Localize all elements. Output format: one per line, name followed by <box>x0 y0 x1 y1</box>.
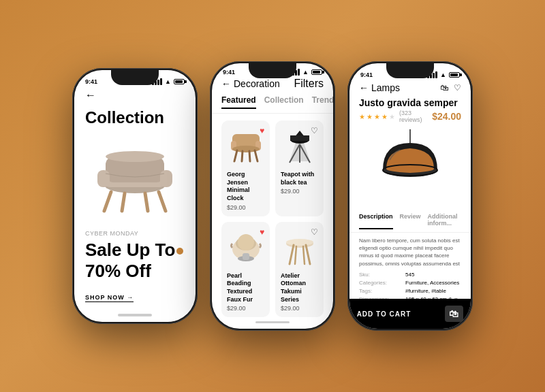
battery-3 <box>449 72 460 78</box>
back-button-1[interactable]: ← <box>85 89 185 101</box>
sku-value: 545 <box>405 272 414 278</box>
home-indicator-2 <box>255 321 290 323</box>
price-rating-row: ★ ★ ★ ★ ★ (323 reviews) $24.00 <box>349 110 471 123</box>
svg-rect-5 <box>160 170 172 187</box>
product-name-1: Georg Jensen Minimal Clock <box>227 171 264 203</box>
notch-2 <box>249 63 296 78</box>
cart-icon[interactable]: 🛍 <box>440 83 448 93</box>
svg-line-33 <box>290 245 294 264</box>
detail-sku: Sku: 545 <box>359 272 461 278</box>
sku-label: Sku: <box>359 272 400 278</box>
star-rating: ★ ★ ★ ★ ★ (323 reviews) <box>359 110 424 123</box>
p2-product-grid: ♥ Georg Jensen Minimal <box>212 120 333 318</box>
battery-2 <box>311 69 322 75</box>
tags-label: Tags: <box>359 288 400 294</box>
product-price-3: $29.00 <box>227 305 264 312</box>
star-5: ★ <box>389 113 395 120</box>
svg-line-34 <box>306 245 310 264</box>
heart-icon-3[interactable]: ♥ <box>260 227 264 237</box>
product-img-3 <box>227 227 264 268</box>
product-name-3: Pearl Beading Textured Faux Fur <box>227 272 264 304</box>
product-item-3[interactable]: ♥ <box>221 222 270 318</box>
product-description: Nam libero tempore, cum soluta nobis est… <box>349 237 471 267</box>
tab-review[interactable]: Review <box>400 213 421 229</box>
cart-bag-icon: 🛍 <box>445 306 463 322</box>
svg-line-17 <box>255 150 258 161</box>
product-lamp-image <box>349 126 471 208</box>
svg-line-8 <box>145 193 148 211</box>
product-item-1[interactable]: ♥ Georg Jensen Minimal <box>221 120 270 216</box>
add-to-cart-button[interactable]: ADD TO CART 🛍 <box>349 299 471 329</box>
tab-trends[interactable]: Trends <box>312 95 333 109</box>
p3-back-button[interactable]: ← Lamps <box>359 82 400 93</box>
tab-featured[interactable]: Featured <box>221 95 256 109</box>
detail-tags: Tags: #furniture, #table <box>359 288 461 294</box>
review-count: (323 reviews) <box>399 110 424 123</box>
time-2: 9:41 <box>223 69 235 76</box>
svg-point-32 <box>286 239 313 246</box>
add-to-cart-label: ADD TO CART <box>357 310 411 318</box>
p2-page-title: Decoration <box>234 78 280 89</box>
p2-back-button[interactable]: ← Decoration <box>221 78 280 89</box>
star-4: ★ <box>382 113 388 120</box>
detail-categories: Categories: Furniture, Accessories <box>359 280 461 286</box>
heart-icon-2[interactable]: ♡ <box>311 126 318 135</box>
tab-collection[interactable]: Collection <box>264 95 304 109</box>
sale-headline: Sale Up To 70% Off <box>85 240 185 282</box>
sale-dot <box>176 248 183 255</box>
svg-line-14 <box>234 150 237 161</box>
p3-header: ← Lamps 🛍 ♡ <box>349 82 471 93</box>
svg-point-27 <box>238 234 254 250</box>
time-3: 9:41 <box>360 71 373 78</box>
star-2: ★ <box>367 113 373 120</box>
p3-action-icons: 🛍 ♡ <box>440 83 461 93</box>
product-item-4[interactable]: ♡ Ateli <box>275 222 324 318</box>
cyber-monday-label: Cyber Monday <box>85 230 185 237</box>
phone-2: 9:41 ▲ ← Decoration <box>210 61 335 331</box>
star-3: ★ <box>374 113 380 120</box>
heart-icon-1[interactable]: ♥ <box>260 126 264 135</box>
product-price-2: $29.00 <box>281 188 318 195</box>
back-arrow-3: ← <box>359 82 369 93</box>
wifi-icon-2: ▲ <box>302 69 309 76</box>
product-title: Justo gravida semper <box>349 97 471 108</box>
categories-label: Categories: <box>359 280 400 286</box>
svg-line-6 <box>104 192 111 211</box>
wishlist-icon[interactable]: ♡ <box>454 83 461 93</box>
chair-image <box>85 136 185 225</box>
heart-icon-4[interactable]: ♡ <box>311 227 318 237</box>
back-arrow-2: ← <box>221 78 231 89</box>
phone-3: 9:41 ▲ ← Lamps <box>347 61 473 331</box>
shop-now-button[interactable]: SHOP NOW → <box>85 294 134 302</box>
product-price: $24.00 <box>432 111 461 122</box>
product-name-4: Atelier Ottoman Takumi Series <box>281 272 318 304</box>
svg-line-35 <box>295 246 296 264</box>
home-indicator-1 <box>118 314 152 316</box>
tab-additional[interactable]: Additional inform... <box>428 213 461 229</box>
svg-point-3 <box>106 151 164 162</box>
svg-rect-21 <box>290 135 309 141</box>
svg-line-7 <box>122 193 125 211</box>
wifi-icon-3: ▲ <box>440 71 446 78</box>
p2-tabs: Featured Collection Trends <box>212 95 333 114</box>
product-item-2[interactable]: ♡ <box>275 120 324 216</box>
wifi-icon-1: ▲ <box>165 78 171 85</box>
tab-description[interactable]: Description <box>359 213 393 229</box>
svg-line-9 <box>159 192 166 211</box>
p2-header: ← Decoration Filters <box>212 78 333 90</box>
tags-value: #furniture, #table <box>405 288 446 294</box>
product-img-1 <box>227 126 264 167</box>
svg-rect-4 <box>97 170 110 187</box>
p3-product-tabs: Description Review Additional inform... <box>349 213 471 233</box>
svg-rect-29 <box>243 253 249 260</box>
notch-3 <box>386 63 434 78</box>
star-1: ★ <box>359 113 365 120</box>
phone-1: 9:41 ▲ ← Collection <box>72 68 198 324</box>
svg-line-16 <box>249 151 250 161</box>
product-price-4: $29.00 <box>281 305 318 312</box>
notch-1 <box>111 70 159 85</box>
page-title-1: Collection <box>85 108 185 128</box>
battery-1 <box>174 79 185 84</box>
p3-page-title: Lamps <box>371 82 400 93</box>
p2-filters[interactable]: Filters <box>294 78 324 90</box>
